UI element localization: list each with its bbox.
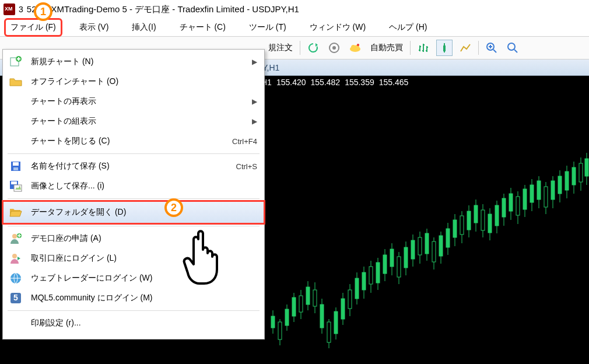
svg-line-13 (514, 50, 517, 52)
menu-chart[interactable]: チャート (C) (175, 20, 230, 35)
toolbar-auto-trade[interactable]: 自動売買 (368, 43, 405, 53)
globe-icon (9, 271, 23, 285)
toolbar-bar-chart-icon[interactable] (415, 40, 432, 56)
svg-rect-57 (418, 237, 422, 255)
svg-rect-110 (13, 167, 18, 170)
menu-item-print-setup[interactable]: 印刷設定 (r)... (3, 313, 264, 333)
svg-rect-51 (397, 257, 401, 277)
save-icon (9, 159, 23, 173)
menu-item-saveas[interactable]: 名前を付けて保存 (S) Ctrl+S (3, 156, 264, 176)
svg-rect-73 (474, 205, 478, 223)
menu-help[interactable]: ヘルプ (H) (384, 20, 432, 35)
menu-item-multi[interactable]: チャートの組表示 ▶ (3, 111, 264, 131)
svg-rect-61 (432, 242, 436, 262)
svg-rect-87 (523, 189, 527, 209)
svg-rect-103 (579, 163, 583, 182)
menu-item-offline-chart[interactable]: オフラインチャート (O) (3, 72, 264, 92)
user-login-icon (9, 251, 23, 265)
menu-divider (8, 198, 260, 199)
toolbar-line-chart-icon[interactable] (457, 40, 474, 56)
menu-item-label: 新規チャート (N) (31, 57, 93, 67)
svg-line-9 (493, 50, 496, 52)
app-icon (3, 4, 15, 15)
menu-file[interactable]: ファイル (F) (6, 20, 61, 35)
svg-rect-112 (11, 181, 17, 184)
submenu-arrow-icon: ▶ (252, 58, 257, 66)
menu-divider (8, 226, 260, 226)
menu-item-saveimg[interactable]: 画像として保存... (i) (3, 176, 264, 196)
svg-rect-63 (439, 236, 443, 256)
toolbar-refresh-icon[interactable] (305, 40, 321, 56)
title-prefix: 3 (19, 5, 23, 14)
folder-open-icon (9, 205, 23, 219)
submenu-arrow-icon: ▶ (252, 117, 257, 125)
title-bar: 3 5273: XMTrading-Demo 5 - デモ口座 - Tradex… (0, 0, 589, 19)
menu-item-label: チャートの再表示 (31, 96, 96, 107)
svg-point-114 (12, 234, 17, 239)
toolbar-zoom-in-icon[interactable] (483, 40, 500, 56)
menu-item-label: データフォルダを開く (D) (31, 207, 126, 218)
toolbar-candle-icon[interactable] (436, 40, 453, 56)
toolbar-cloud-icon[interactable] (347, 40, 363, 56)
toolbar-radar-icon[interactable] (326, 40, 342, 56)
file-menu-dropdown: 新規チャート (N) ▶ オフラインチャート (O) チャートの再表示 ▶ チャ… (2, 49, 265, 340)
svg-rect-67 (453, 220, 457, 237)
svg-rect-59 (425, 233, 429, 254)
svg-rect-71 (467, 211, 471, 230)
svg-point-12 (508, 43, 515, 50)
menu-item-label: MQL5.community にログイン (M) (31, 293, 152, 303)
svg-rect-21 (292, 298, 296, 316)
menu-item-data-folder[interactable]: データフォルダを開く (D) (3, 201, 264, 223)
chart-tab-label: Y,H1 (262, 63, 279, 72)
menu-item-label: ウェブトレーダーにログイン (W) (31, 273, 152, 284)
svg-rect-69 (460, 216, 464, 235)
svg-rect-17 (278, 322, 282, 340)
annotation-badge-2: 2 (164, 198, 183, 217)
svg-rect-29 (320, 304, 324, 328)
svg-rect-101 (572, 167, 576, 185)
menu-window[interactable]: ウィンドウ (W) (305, 20, 370, 35)
svg-rect-95 (551, 181, 555, 200)
toolbar-new-order[interactable]: 規注文 (266, 43, 295, 53)
toolbar-separator-3 (478, 41, 479, 55)
new-chart-icon (9, 55, 23, 69)
svg-rect-49 (390, 249, 394, 267)
svg-point-5 (357, 44, 359, 46)
menu-insert[interactable]: 挿入(I) (127, 20, 160, 35)
title-text: 5273: XMTrading-Demo 5 - デモ口座 - Tradexfi… (27, 4, 299, 15)
menu-shortcut: Ctrl+S (236, 162, 257, 171)
svg-rect-41 (362, 272, 366, 290)
svg-rect-85 (516, 197, 520, 215)
hand-pointer-icon (181, 228, 227, 288)
folder-icon (9, 75, 23, 89)
svg-rect-77 (488, 214, 492, 233)
chart-info-high: 155.482 (311, 78, 341, 87)
menu-view[interactable]: 表示 (V) (75, 20, 114, 35)
annotation-badge-1: 1 (34, 2, 52, 21)
toolbar-zoom-out-icon[interactable] (504, 40, 521, 56)
menu-item-redisplay[interactable]: チャートの再表示 ▶ (3, 92, 264, 111)
svg-rect-55 (411, 240, 415, 259)
svg-rect-89 (530, 185, 534, 202)
user-add-icon (9, 232, 23, 246)
svg-rect-15 (271, 316, 275, 328)
svg-rect-27 (313, 290, 317, 306)
menu-item-label: 名前を付けて保存 (S) (31, 161, 110, 172)
svg-rect-93 (544, 187, 548, 207)
svg-rect-79 (495, 205, 499, 226)
menu-tool[interactable]: ツール (T) (244, 20, 291, 35)
svg-text:5: 5 (13, 293, 18, 302)
menu-item-new-chart[interactable]: 新規チャート (N) ▶ (3, 52, 264, 72)
menu-item-close[interactable]: チャートを閉じる (C) Ctrl+F4 (3, 131, 264, 151)
menu-item-mql5[interactable]: 5 MQL5.community にログイン (M) (3, 288, 264, 308)
submenu-arrow-icon: ▶ (252, 97, 257, 106)
toolbar-separator (300, 41, 300, 55)
svg-rect-37 (348, 290, 352, 309)
menu-divider (8, 153, 260, 154)
svg-rect-39 (355, 278, 359, 299)
svg-rect-109 (13, 162, 19, 166)
svg-point-116 (12, 254, 17, 258)
menu-item-label: 取引口座にログイン (L) (31, 253, 117, 264)
svg-rect-23 (299, 296, 303, 312)
svg-rect-91 (537, 181, 541, 200)
